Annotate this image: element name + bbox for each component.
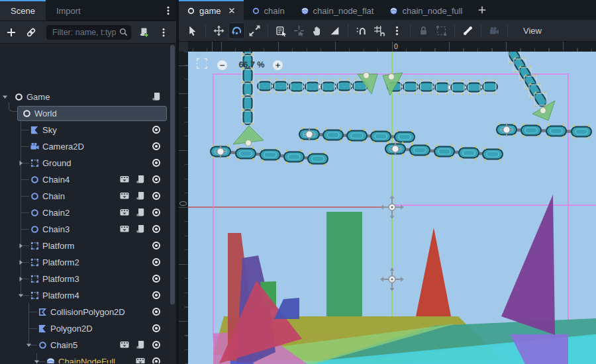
visibility-icon[interactable] bbox=[151, 306, 162, 317]
script-icon[interactable] bbox=[135, 174, 146, 185]
snap-smart-button[interactable] bbox=[353, 23, 370, 39]
scene-canvas-svg[interactable] bbox=[188, 52, 596, 364]
script-icon[interactable] bbox=[135, 191, 146, 201]
visibility-icon[interactable] bbox=[151, 356, 162, 363]
rotate-button[interactable] bbox=[228, 23, 245, 39]
move-button[interactable] bbox=[211, 23, 227, 39]
visibility-icon[interactable] bbox=[151, 290, 162, 300]
chevron-right-icon[interactable] bbox=[17, 159, 25, 167]
scene-tab-game[interactable]: game bbox=[179, 0, 244, 20]
chevron-down-icon[interactable] bbox=[32, 357, 41, 363]
visibility-icon[interactable] bbox=[151, 323, 162, 334]
tree-row-Chain[interactable]: Chain bbox=[0, 188, 170, 205]
panel-menu-icon[interactable] bbox=[163, 5, 174, 16]
visibility-icon[interactable] bbox=[151, 257, 162, 267]
script-icon[interactable] bbox=[151, 91, 162, 102]
open-scene-icon[interactable] bbox=[119, 224, 130, 234]
visibility-icon[interactable] bbox=[151, 174, 162, 185]
ruler-corner bbox=[179, 42, 188, 52]
zoom-out-button[interactable]: − bbox=[217, 60, 227, 70]
script-icon[interactable] bbox=[135, 207, 146, 218]
tree-row-Game[interactable]: Game bbox=[0, 89, 170, 105]
add-node-button[interactable] bbox=[4, 25, 19, 40]
tree-row-Platform[interactable]: Platform bbox=[0, 238, 170, 254]
tab-import[interactable]: Import bbox=[46, 0, 91, 21]
snap-grid-button[interactable] bbox=[371, 23, 387, 39]
node-blue-icon bbox=[252, 7, 260, 15]
tree-row-Ground[interactable]: Ground bbox=[0, 155, 170, 171]
chevron-down-icon[interactable] bbox=[1, 93, 9, 101]
tree-row-CollisionPolygon2D[interactable]: CollisionPolygon2D bbox=[0, 304, 170, 320]
lock-button[interactable] bbox=[415, 23, 432, 39]
scale-button[interactable] bbox=[246, 23, 263, 39]
body-icon bbox=[30, 241, 40, 251]
tree-guide bbox=[21, 146, 29, 147]
node-name: Sky bbox=[42, 122, 57, 138]
tree-scrollbar[interactable] bbox=[170, 45, 175, 361]
tree-row-Polygon2D[interactable]: Polygon2D bbox=[0, 320, 170, 337]
scene-tab-chain_node_flat[interactable]: chain_node_flat bbox=[293, 0, 382, 20]
view-menu-button[interactable]: View bbox=[517, 24, 548, 38]
open-scene-icon[interactable] bbox=[119, 207, 130, 218]
chevron-down-icon[interactable] bbox=[25, 341, 33, 349]
toolbar-separator bbox=[348, 24, 348, 37]
tree-row-Chain4[interactable]: Chain4 bbox=[0, 171, 170, 188]
group-button[interactable] bbox=[433, 23, 450, 39]
visibility-icon[interactable] bbox=[151, 224, 162, 234]
visibility-icon[interactable] bbox=[151, 124, 162, 135]
visibility-icon[interactable] bbox=[151, 158, 162, 168]
instance-scene-button[interactable] bbox=[24, 25, 38, 40]
script-icon[interactable] bbox=[135, 340, 146, 350]
visibility-icon[interactable] bbox=[151, 240, 162, 251]
script-icon[interactable] bbox=[135, 224, 146, 234]
visibility-icon[interactable] bbox=[151, 207, 162, 218]
tree-row-Sky[interactable]: Sky bbox=[0, 122, 170, 138]
scene-tab-chain[interactable]: chain bbox=[244, 0, 293, 20]
open-scene-icon[interactable] bbox=[119, 191, 130, 201]
tree-guide bbox=[21, 130, 29, 130]
zoom-in-button[interactable]: + bbox=[273, 60, 283, 70]
chevron-right-icon[interactable] bbox=[17, 258, 25, 267]
tree-row-Platform3[interactable]: Platform3 bbox=[0, 271, 170, 287]
tree-row-Chain3[interactable]: Chain3 bbox=[0, 221, 170, 238]
tree-row-Platform2[interactable]: Platform2 bbox=[0, 254, 170, 271]
search-icon bbox=[119, 27, 128, 37]
open-scene-icon[interactable] bbox=[119, 174, 130, 185]
tree-row-World[interactable]: World bbox=[0, 105, 170, 122]
toolbar-separator bbox=[268, 24, 268, 37]
pos-select-button[interactable] bbox=[291, 23, 307, 39]
chevron-right-icon[interactable] bbox=[17, 242, 25, 250]
tree-menu-icon[interactable] bbox=[156, 25, 171, 40]
canvas-toolbar: View bbox=[179, 20, 596, 42]
visibility-icon[interactable] bbox=[151, 340, 162, 350]
tab-scene[interactable]: Scene bbox=[0, 0, 46, 21]
open-scene-icon[interactable] bbox=[135, 356, 146, 363]
list-select-button[interactable] bbox=[273, 23, 289, 39]
visibility-icon[interactable] bbox=[151, 191, 162, 201]
tree-guide bbox=[21, 196, 29, 197]
camera-dim-button[interactable] bbox=[486, 23, 503, 39]
visibility-icon[interactable] bbox=[151, 141, 162, 152]
attach-script-button[interactable] bbox=[136, 25, 151, 40]
canvas-2d[interactable]: − 66.7 % + bbox=[188, 52, 596, 364]
visibility-icon[interactable] bbox=[151, 273, 162, 284]
bone-button[interactable] bbox=[460, 23, 476, 39]
pan-button[interactable] bbox=[309, 23, 325, 39]
scene-tab-chain_node_full[interactable]: chain_node_full bbox=[381, 0, 470, 20]
tree-row-ChainNodeFull[interactable]: ChainNodeFull bbox=[0, 353, 170, 363]
tree-row-Chain5[interactable]: Chain5 bbox=[0, 337, 170, 353]
tree-row-Camera2D[interactable]: Camera2D bbox=[0, 138, 170, 155]
open-scene-icon[interactable] bbox=[119, 340, 130, 350]
close-icon[interactable] bbox=[225, 7, 236, 15]
tree-row-Chain2[interactable]: Chain2 bbox=[0, 205, 170, 221]
ruler-button[interactable] bbox=[326, 23, 343, 39]
select-button[interactable] bbox=[184, 23, 201, 39]
body-icon bbox=[30, 158, 40, 168]
dots-button[interactable] bbox=[389, 23, 405, 39]
node-blue-icon bbox=[30, 191, 40, 201]
chevron-right-icon[interactable] bbox=[17, 275, 25, 283]
polygon-green-rect[interactable] bbox=[326, 212, 362, 316]
new-scene-tab-button[interactable] bbox=[471, 0, 493, 20]
chevron-down-icon[interactable] bbox=[17, 291, 25, 300]
tree-row-Platform4[interactable]: Platform4 bbox=[0, 287, 170, 304]
